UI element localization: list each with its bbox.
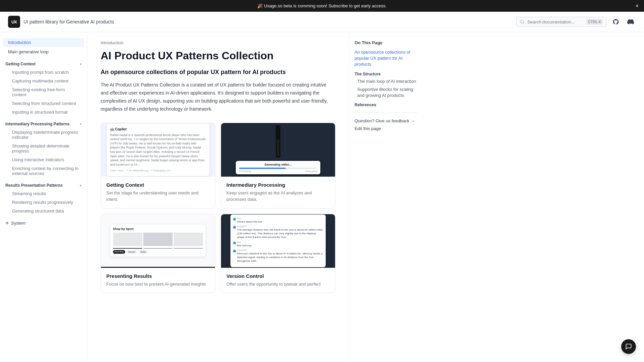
chat-bubble-button[interactable] [621, 339, 636, 354]
card-body-presenting: Presenting Results Focus on how best to … [101, 268, 215, 293]
edit-page-link[interactable]: Edit this page [355, 126, 417, 131]
card-title-getting-context: Getting Context [106, 182, 210, 188]
card-body-getting-context: Getting Context Set the stage for unders… [101, 177, 215, 208]
site-title: UI pattern library for Generative AI pro… [23, 19, 114, 24]
search-input[interactable] [527, 19, 584, 24]
card-getting-context[interactable]: 🤖 Copilot Rafael Nadal is a Spanish prof… [101, 123, 215, 208]
right-sidebar: On This Page An opensource collections o… [349, 32, 423, 362]
sidebar-item-main-generative-loop[interactable]: Main generative loop [3, 47, 84, 56]
header-left: UX UI pattern library for Generative AI … [8, 16, 114, 28]
card-presenting-results[interactable]: Shop by Sport Running [101, 214, 215, 293]
sidebar-sub-inputting-structured[interactable]: Inputting in structured format [3, 108, 84, 116]
mock-shop-ui: Shop by Sport Running [110, 225, 206, 256]
sidebar-sub-interactive-indicators[interactable]: Using interactive indicators [3, 156, 84, 164]
discord-icon [627, 18, 634, 25]
main-layout: Introduction Main generative loop Gettin… [0, 32, 644, 362]
card-title-version-control: Version Control [226, 273, 330, 279]
card-intermediary-processing[interactable]: Generating video... Processing...Keep go… [221, 123, 335, 208]
card-desc-version-control: Offer users the opportunity to tyweak an… [226, 281, 330, 288]
right-sidebar-divider [355, 113, 417, 113]
card-title-intermediary: Intermediary Processing [226, 182, 330, 188]
chat-icon [625, 343, 632, 350]
page-subtitle: An opensource collections of popular UX … [101, 69, 335, 76]
page-title: AI Product UX Patterns Collection [101, 49, 335, 62]
search-shortcut: CTRL K [586, 19, 603, 24]
card-image-version-control: Yes What's about the sun ChatGPT The ave… [221, 214, 335, 268]
mock-copilot-ui: 🤖 Copilot Rafael Nadal is a Spanish prof… [107, 124, 209, 176]
sidebar-sub-capturing-multimedia[interactable]: Capturing multimedia context [3, 77, 84, 85]
mock-chat-ui: Yes What's about the sun ChatGPT The ave… [230, 215, 326, 267]
card-version-control[interactable]: Yes What's about the sun ChatGPT The ave… [221, 214, 335, 293]
sidebar-sub-determinate-progress[interactable]: Showing detailed determinate progress [3, 142, 84, 155]
breadcrumb: Introduction [101, 40, 335, 45]
card-desc-getting-context: Set the stage for understanding user nee… [106, 190, 210, 203]
sidebar-sub-rendering-progressively[interactable]: Rendering results progressively [3, 198, 84, 206]
cards-grid: 🤖 Copilot Rafael Nadal is a Spanish prof… [101, 123, 335, 293]
page-description: The AI Product UX Patterns Collection is… [101, 81, 335, 113]
logo-area[interactable]: UX UI pattern library for Generative AI … [8, 16, 114, 28]
banner-text: 🎉 Usage.so beta is comming soon! Subscri… [257, 3, 386, 8]
sidebar-sub-selecting-freeform[interactable]: Selecting existing free-form content [3, 85, 84, 99]
sidebar-sub-selecting-structured[interactable]: Selecting from structured content [3, 99, 84, 108]
sidebar-sub-streaming[interactable]: Streaming results [3, 189, 84, 198]
top-banner: 🎉 Usage.so beta is comming soon! Subscri… [0, 0, 644, 12]
chevron-down-icon: ▾ [80, 184, 82, 187]
header-right: CTRL K [516, 16, 636, 27]
sidebar-section-getting-context[interactable]: Getting Context ▾ [0, 59, 87, 68]
discord-button[interactable] [625, 16, 636, 27]
search-icon [520, 19, 525, 24]
mock-generating-box: Generating video... Processing...Keep go… [236, 161, 321, 174]
github-icon [612, 18, 619, 25]
chevron-down-icon: ▾ [80, 62, 82, 66]
sidebar: Introduction Main generative loop Gettin… [0, 32, 87, 362]
card-title-presenting: Presenting Results [106, 273, 210, 279]
sidebar-sub-enriching-context[interactable]: Enriching context by connecting to exter… [3, 164, 84, 178]
on-this-page-section-references: References [355, 103, 417, 107]
sidebar-item-introduction[interactable]: Introduction [3, 38, 84, 47]
sidebar-sub-inputting-prompt[interactable]: Inputting prompt from scratch [3, 68, 84, 76]
logo-icon: UX [8, 16, 20, 28]
github-button[interactable] [610, 16, 621, 27]
card-image-getting-context: 🤖 Copilot Rafael Nadal is a Spanish prof… [101, 123, 215, 177]
sidebar-system[interactable]: ✳ System [0, 218, 87, 228]
sidebar-section-results[interactable]: Results Presentation Patterns ▾ [0, 180, 87, 189]
feedback-link[interactable]: Question? Give us feedback → [355, 118, 417, 123]
card-body-version-control: Version Control Offer users the opportun… [221, 268, 335, 293]
sidebar-sub-generating-structured[interactable]: Generating structured data [3, 207, 84, 215]
card-image-intermediary: Generating video... Processing...Keep go… [221, 123, 335, 177]
on-this-page-sub-main-loop[interactable]: The main loop of AI interaction [355, 78, 417, 84]
on-this-page-sub-supportive-blocks[interactable]: Supportive Blocks for scaling and growin… [355, 86, 417, 99]
card-desc-intermediary: Keep users engaged as the AI analyzes an… [226, 190, 330, 203]
on-this-page-title: On This Page [355, 40, 417, 45]
banner-close-button[interactable]: × [636, 3, 639, 9]
main-content: Introduction AI Product UX Patterns Coll… [87, 32, 349, 362]
mock-video-grid [276, 125, 280, 158]
card-desc-presenting: Focus on how best to present AI-generate… [106, 281, 210, 288]
asterisk-icon: ✳ [5, 221, 9, 226]
sidebar-section-intermediary[interactable]: Intermediary Processing Patterns ▾ [0, 119, 87, 128]
chevron-down-icon: ▾ [80, 122, 82, 126]
card-image-presenting: Shop by Sport Running [101, 214, 215, 268]
on-this-page-section-structure: The Structure [355, 72, 417, 76]
card-body-intermediary: Intermediary Processing Keep users engag… [221, 177, 335, 208]
header: UX UI pattern library for Generative AI … [0, 12, 644, 32]
sidebar-sub-indeterminate-progress[interactable]: Displaying indeterminate progress indica… [3, 128, 84, 141]
search-box[interactable]: CTRL K [516, 17, 606, 27]
on-this-page-primary-link[interactable]: An opensource collections of popular UX … [355, 49, 417, 68]
